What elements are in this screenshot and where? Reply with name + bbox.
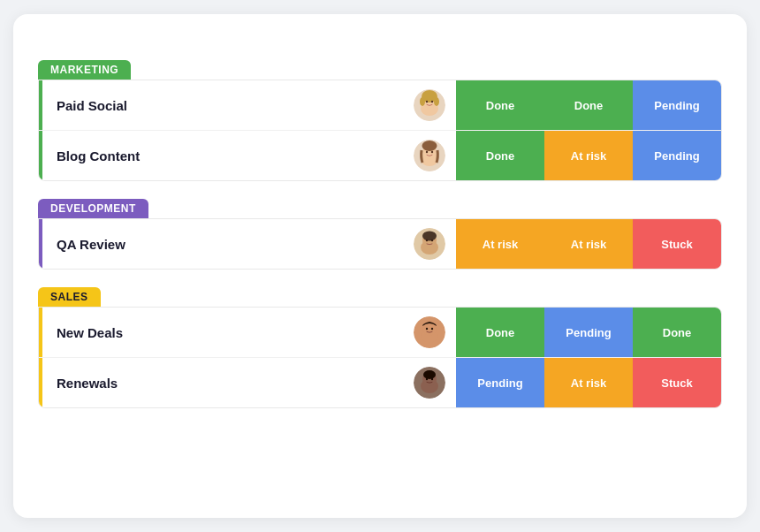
svg-point-24 — [431, 328, 433, 330]
svg-point-19 — [431, 239, 433, 241]
status-badge[interactable]: Pending — [633, 131, 721, 180]
row-statuses: DoneAt riskPending — [456, 131, 721, 180]
group-header-development: DEVELOPMENT — [38, 199, 148, 218]
group-sales: SALESNew Deals DonePendingDoneRenewals P… — [38, 287, 722, 408]
avatar — [414, 316, 445, 348]
row-statuses: DonePendingDone — [456, 308, 721, 357]
group-header-marketing: MARKETING — [38, 60, 131, 80]
status-badge[interactable]: Done — [456, 308, 544, 357]
status-badge[interactable]: Done — [633, 308, 721, 357]
status-badge[interactable]: At risk — [544, 131, 633, 180]
svg-point-17 — [422, 232, 437, 241]
svg-point-12 — [426, 151, 428, 153]
svg-point-6 — [426, 101, 428, 103]
status-badge[interactable]: At risk — [544, 358, 633, 407]
avatar — [414, 89, 445, 121]
table-row[interactable]: QA Review At riskAt riskStuck — [39, 219, 721, 269]
row-name: New Deals — [42, 325, 414, 340]
avatar — [414, 228, 445, 260]
status-badge[interactable]: Done — [456, 131, 544, 180]
row-name: Blog Content — [42, 148, 414, 163]
row-statuses: DoneDonePending — [456, 80, 721, 130]
group-marketing: MARKETINGPaid Social DoneDonePendingBlog… — [38, 60, 722, 181]
table-row[interactable]: Blog Content DoneAt riskPending — [39, 131, 721, 180]
svg-point-30 — [431, 378, 433, 380]
status-badge[interactable]: Pending — [633, 80, 721, 130]
main-card: MARKETINGPaid Social DoneDonePendingBlog… — [13, 14, 747, 518]
svg-point-5 — [434, 97, 439, 106]
svg-point-29 — [426, 378, 428, 380]
status-badge[interactable]: Stuck — [633, 219, 721, 269]
status-badge[interactable]: Done — [456, 80, 544, 130]
row-name: Renewals — [42, 376, 414, 391]
status-badge[interactable]: Stuck — [633, 358, 721, 407]
group-table-marketing: Paid Social DoneDonePendingBlog Content … — [38, 80, 722, 181]
status-badge[interactable]: At risk — [544, 219, 633, 269]
avatar — [414, 367, 445, 399]
row-statuses: At riskAt riskStuck — [456, 219, 721, 269]
svg-point-28 — [423, 370, 436, 379]
avatar — [414, 140, 445, 171]
table-row[interactable]: New Deals DonePendingDone — [39, 308, 721, 358]
status-badge[interactable]: Done — [544, 80, 633, 130]
group-development: DEVELOPMENTQA Review At riskAt riskStuck — [38, 199, 722, 270]
status-badge[interactable]: At risk — [456, 219, 544, 269]
status-badge[interactable]: Pending — [544, 308, 633, 357]
svg-point-7 — [431, 101, 433, 103]
svg-point-23 — [426, 328, 428, 330]
svg-point-13 — [431, 151, 433, 153]
table-row[interactable]: Paid Social DoneDonePending — [39, 80, 721, 131]
row-statuses: PendingAt riskStuck — [456, 358, 721, 407]
row-name: Paid Social — [42, 98, 414, 113]
table-row[interactable]: Renewals PendingAt riskStuck — [39, 358, 721, 407]
status-badge[interactable]: Pending — [456, 358, 544, 407]
group-table-development: QA Review At riskAt riskStuck — [38, 218, 722, 270]
group-header-sales: SALES — [38, 287, 101, 307]
svg-point-4 — [420, 97, 425, 106]
group-table-sales: New Deals DonePendingDoneRenewals Pendin… — [38, 307, 722, 408]
row-name: QA Review — [42, 237, 414, 252]
svg-point-11 — [422, 141, 437, 151]
svg-point-18 — [426, 239, 428, 241]
